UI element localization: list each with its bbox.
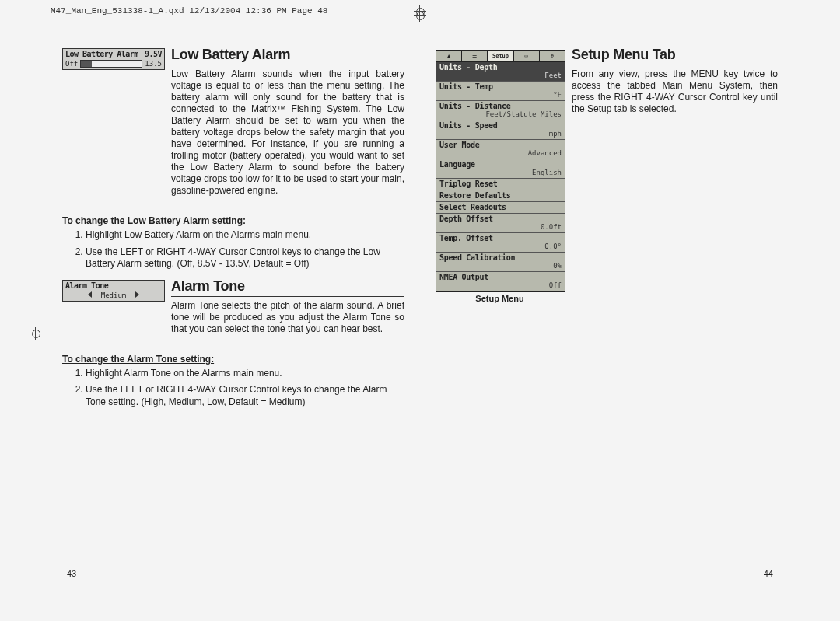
setup-item-label: Units - Depth <box>439 64 562 72</box>
left-column: Low Battery Alarm 9.5V Off 13.5 Low Batt… <box>62 47 404 417</box>
setup-item-value: Advanced <box>439 150 562 157</box>
setup-menu-heading: Setup Menu Tab <box>572 47 778 65</box>
setup-menu-item: Select Readouts <box>436 202 565 214</box>
right-column: ▲ ☰ Setup ▭ ⊕ Units - DepthFeetUnits - T… <box>436 47 778 417</box>
setup-menu-item: Units - DepthFeet <box>436 62 565 82</box>
setup-item-value: English <box>439 169 562 176</box>
setup-item-label: Select Readouts <box>439 204 562 211</box>
setup-item-value: 0.0ft <box>439 224 562 231</box>
alarm-tone-subheading: To change the Alarm Tone setting: <box>62 354 404 365</box>
alarm-tone-thumbnail: Alarm Tone Medium <box>62 280 165 302</box>
thumb-title: Low Battery Alarm <box>65 50 138 58</box>
thumb-value: 9.5V <box>145 50 162 58</box>
setup-tab-strip: ▲ ☰ Setup ▭ ⊕ <box>436 51 565 62</box>
document-slugline: M47_Man_Eng_531338-1_A.qxd 12/13/2004 12… <box>51 6 327 16</box>
list-item: Use the LEFT or RIGHT 4-WAY Cursor Contr… <box>86 246 404 270</box>
setup-menu-item: Temp. Offset0.0° <box>436 233 565 253</box>
setup-item-label: Units - Speed <box>439 122 562 130</box>
low-battery-body: Low Battery Alarm sounds when the input … <box>171 68 404 197</box>
crop-mark-left <box>30 327 42 340</box>
thumb-max: 13.5 <box>145 60 162 68</box>
setup-item-value: Feet <box>439 72 562 79</box>
setup-menu-item: Triplog Reset <box>436 179 565 190</box>
list-item: Use the LEFT or RIGHT 4-WAY Cursor Contr… <box>86 384 404 408</box>
setup-item-label: Restore Defaults <box>439 192 562 200</box>
chevron-right-icon <box>135 291 139 298</box>
slider-icon <box>80 60 142 68</box>
chevron-left-icon <box>88 291 92 298</box>
crop-mark-bottom <box>414 9 426 22</box>
alarm-tone-steps: Highlight Alarm Tone on the Alarms main … <box>62 368 404 409</box>
alarm-tone-body: Alarm Tone selects the pitch of the alar… <box>171 300 404 335</box>
setup-menu-item: Units - Temp°F <box>436 82 565 101</box>
setup-item-value: 0.0° <box>439 243 562 250</box>
tab-icon: ▲ <box>436 51 462 61</box>
tab-icon: ▭ <box>514 51 540 61</box>
setup-item-label: NMEA Output <box>439 274 562 281</box>
setup-item-label: Units - Temp <box>439 83 562 91</box>
low-battery-heading: Low Battery Alarm <box>171 47 404 65</box>
setup-menu-body: From any view, press the MENU key twice … <box>572 68 778 115</box>
setup-menu-item: Units - Speedmph <box>436 120 565 140</box>
thumb-title: Alarm Tone <box>63 281 164 291</box>
low-battery-steps: Highlight Low Battery Alarm on the Alarm… <box>62 229 404 270</box>
list-item: Highlight Alarm Tone on the Alarms main … <box>86 368 404 380</box>
setup-menu-item: Units - DistanceFeet/Statute Miles <box>436 101 565 120</box>
setup-item-value: 0% <box>439 263 562 270</box>
tab-icon: ⊕ <box>540 51 565 61</box>
setup-item-label: Speed Calibration <box>439 254 562 262</box>
low-battery-alarm-thumbnail: Low Battery Alarm 9.5V Off 13.5 <box>62 48 165 70</box>
setup-item-label: Triplog Reset <box>439 180 562 188</box>
setup-item-label: Temp. Offset <box>439 235 562 242</box>
setup-menu-item: User ModeAdvanced <box>436 140 565 159</box>
tab-setup: Setup <box>488 51 513 61</box>
page-number-right: 44 <box>764 569 773 578</box>
list-item: Highlight Low Battery Alarm on the Alarm… <box>86 229 404 242</box>
setup-item-value: mph <box>439 131 562 138</box>
setup-item-label: Language <box>439 161 562 169</box>
setup-menu-item: Speed Calibration0% <box>436 253 565 272</box>
thumb-min: Off <box>65 60 78 68</box>
setup-item-label: Units - Distance <box>439 103 562 110</box>
setup-menu-item: NMEA OutputOff <box>436 272 565 291</box>
tab-icon: ☰ <box>462 51 488 61</box>
setup-item-label: User Mode <box>439 141 562 149</box>
alarm-tone-heading: Alarm Tone <box>171 278 404 297</box>
thumb-value: Medium <box>101 291 127 299</box>
low-battery-subheading: To change the Low Battery Alarm setting: <box>62 215 404 226</box>
page-number-left: 43 <box>67 569 76 578</box>
setup-menu-item: LanguageEnglish <box>436 159 565 179</box>
setup-menu-caption: Setup Menu <box>436 294 564 303</box>
setup-item-value: Feet/Statute Miles <box>439 111 562 118</box>
setup-item-value: Off <box>439 282 562 289</box>
setup-item-label: Depth Offset <box>439 215 562 223</box>
setup-item-value: °F <box>439 92 562 99</box>
setup-menu-screenshot: ▲ ☰ Setup ▭ ⊕ Units - DepthFeetUnits - T… <box>436 50 565 292</box>
setup-menu-item: Restore Defaults <box>436 190 565 202</box>
setup-menu-item: Depth Offset0.0ft <box>436 214 565 233</box>
